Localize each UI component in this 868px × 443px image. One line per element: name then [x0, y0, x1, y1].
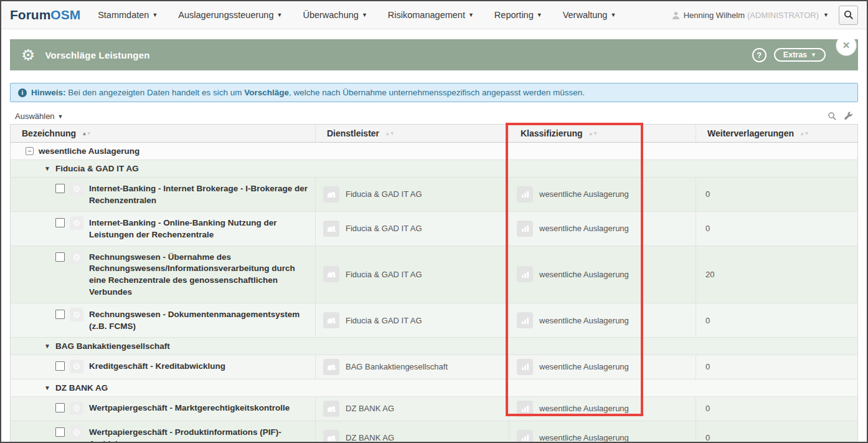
row-checkbox[interactable] — [55, 361, 65, 371]
collapse-icon[interactable]: − — [26, 147, 34, 155]
sort-icon: ▲▼ — [800, 130, 809, 136]
proposals-table: Bezeichnung▲▼Dienstleister▲▼Klassifizier… — [10, 124, 858, 443]
table-row-root: − wesentliche Auslagerung — [11, 143, 857, 160]
search-icon — [844, 10, 854, 20]
bar-chart-icon — [517, 359, 533, 375]
chevron-down-icon: ▼ — [610, 12, 616, 18]
page-title: Vorschläge Leistungen — [45, 50, 149, 60]
row-gear-icon[interactable]: ⚙ — [70, 308, 83, 322]
menu-item-berwachung[interactable]: Überwachung▼ — [303, 10, 367, 20]
provider-icon — [323, 359, 339, 375]
table-row-group: ▼ DZ BANK AG — [11, 379, 857, 397]
provider-name: Fiducia & GAD IT AG — [346, 224, 422, 233]
row-gear-icon[interactable]: ⚙ — [70, 216, 83, 230]
row-gear-icon[interactable]: ⚙ — [70, 182, 83, 196]
provider-icon — [323, 312, 339, 328]
bar-chart-icon — [517, 312, 533, 328]
service-label: Internet-Banking - Internet Brokerage - … — [89, 182, 308, 207]
table-row: ⚙ Kreditgeschäft - Kreditabwicklung BAG … — [11, 355, 857, 379]
panel-header: ⚙ Vorschläge Leistungen ? Extras ▼ ✕ — [10, 39, 858, 70]
menu-item-risikomanagement[interactable]: Risikomanagement▼ — [388, 10, 474, 20]
panel-close-button[interactable]: ✕ — [836, 36, 856, 55]
provider-name: DZ BANK AG — [346, 404, 394, 413]
extras-label: Extras — [783, 50, 807, 59]
row-checkbox[interactable] — [55, 310, 65, 319]
service-label: Rechnungswesen - Dokumentenmanagementsys… — [89, 308, 308, 333]
row-checkbox[interactable] — [55, 427, 65, 437]
table-row: ⚙ Internet-Banking - Internet Brokerage … — [11, 178, 857, 212]
group-label: DZ BANK AG — [55, 383, 108, 393]
table-body: − wesentliche Auslagerung ▼ Fiducia & GA… — [11, 143, 857, 443]
sort-icon: ▲▼ — [588, 130, 598, 136]
menu-item-reporting[interactable]: Reporting▼ — [494, 10, 542, 20]
row-gear-icon[interactable]: ⚙ — [70, 401, 83, 415]
transfers-count: 0 — [705, 316, 710, 325]
help-button[interactable]: ? — [752, 48, 767, 62]
top-navbar: ForumOSM Stammdaten▼Auslagerungssteuerun… — [1, 1, 867, 29]
column-label: Dienstleister — [327, 128, 379, 138]
chevron-down-icon[interactable]: ▼ — [44, 384, 50, 391]
user-menu[interactable]: Henning Wilhelm (ADMINISTRATOR) ▼ — [672, 11, 829, 20]
bar-chart-icon — [517, 430, 533, 443]
provider-icon — [323, 266, 339, 282]
menu-item-stammdaten[interactable]: Stammdaten▼ — [98, 10, 158, 20]
service-label: Rechnungswesen - Übernahme des Rechnungs… — [89, 250, 308, 299]
chevron-down-icon[interactable]: ▼ — [44, 343, 50, 350]
bar-chart-icon — [517, 401, 533, 417]
row-gear-icon[interactable]: ⚙ — [70, 360, 83, 373]
column-header-dienstleister[interactable]: Dienstleister▲▼ — [315, 125, 509, 142]
wrench-icon[interactable] — [844, 112, 853, 121]
chevron-down-icon: ▼ — [58, 113, 64, 120]
hint-highlight: Vorschläge — [244, 88, 289, 97]
service-label: Wertpapiergeschäft - Marktgerechtigkeits… — [89, 401, 290, 414]
table-tools — [828, 112, 853, 121]
chevron-down-icon: ▼ — [276, 12, 282, 18]
chevron-down-icon[interactable]: ▼ — [44, 165, 50, 172]
row-gear-icon[interactable]: ⚙ — [70, 250, 83, 264]
service-label: Internet-Banking - Online-Banking Nutzun… — [89, 216, 308, 241]
chevron-down-icon: ▼ — [823, 12, 829, 18]
row-checkbox[interactable] — [55, 218, 65, 227]
row-gear-icon[interactable]: ⚙ — [70, 426, 83, 439]
table-row: ⚙ Rechnungswesen - Übernahme des Rechnun… — [11, 246, 857, 304]
menu-item-auslagerungssteuerung[interactable]: Auslagerungssteuerung▼ — [178, 10, 282, 20]
transfers-count: 0 — [705, 224, 710, 233]
row-checkbox[interactable] — [55, 403, 65, 412]
provider-name: DZ BANK AG — [346, 433, 394, 442]
column-label: Weiterverlagerungen — [707, 128, 794, 138]
main-menu: Stammdaten▼Auslagerungssteuerung▼Überwac… — [98, 10, 636, 20]
classification-value: wesentliche Auslagerung — [539, 362, 629, 371]
column-header-bezeichnung[interactable]: Bezeichnung▲▼ — [11, 125, 315, 142]
chevron-down-icon: ▼ — [537, 12, 542, 18]
table-header-row: Bezeichnung▲▼Dienstleister▲▼Klassifizier… — [11, 125, 857, 143]
user-name: Henning Wilhelm — [684, 11, 745, 20]
hint-banner: i Hinweis: Bei den angezeigten Daten han… — [10, 83, 858, 102]
info-icon: i — [18, 88, 27, 97]
row-checkbox[interactable] — [55, 252, 65, 262]
service-label: Kreditgeschäft - Kreditabwicklung — [89, 360, 225, 373]
menu-item-label: Reporting — [494, 10, 534, 20]
provider-icon — [323, 401, 339, 417]
extras-dropdown[interactable]: Extras ▼ — [774, 48, 826, 62]
bar-chart-icon — [517, 221, 533, 237]
provider-name: Fiducia & GAD IT AG — [346, 316, 422, 325]
bar-chart-icon — [517, 266, 533, 282]
close-icon: ✕ — [842, 40, 851, 51]
menu-item-verwaltung[interactable]: Verwaltung▼ — [563, 10, 616, 20]
sort-icon: ▲▼ — [385, 130, 394, 136]
provider-icon — [323, 221, 339, 237]
table-row: ⚙ Wertpapiergeschäft - Marktgerechtigkei… — [11, 397, 857, 421]
table-toolbar: Auswählen ▼ — [10, 112, 858, 124]
chevron-down-icon: ▼ — [811, 52, 816, 58]
menu-item-label: Stammdaten — [98, 10, 149, 20]
column-header-weiterverlagerungen[interactable]: Weiterverlagerungen▲▼ — [696, 125, 857, 142]
row-checkbox[interactable] — [55, 184, 65, 193]
search-icon[interactable] — [828, 112, 837, 121]
user-role: (ADMINISTRATOR) — [747, 11, 819, 20]
select-dropdown[interactable]: Auswählen ▼ — [15, 112, 64, 121]
classification-value: wesentliche Auslagerung — [539, 404, 629, 413]
table-row-group: ▼ BAG Bankaktiengesellschaft — [11, 338, 857, 355]
global-search-button[interactable] — [839, 6, 858, 25]
column-header-klassifizierung[interactable]: Klassifizierung▲▼ — [509, 125, 696, 142]
app-logo[interactable]: ForumOSM — [10, 7, 80, 22]
